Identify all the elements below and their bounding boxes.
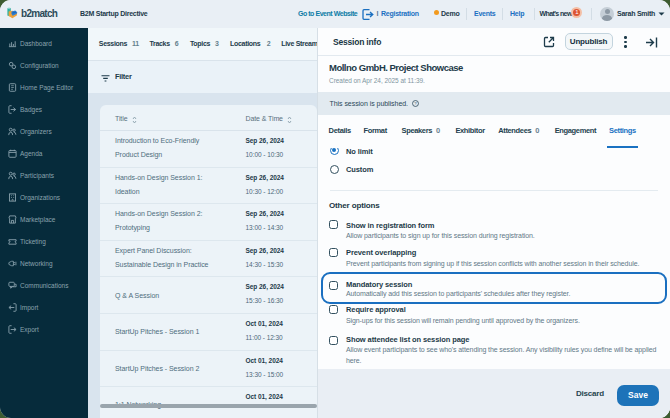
svg-text:?: ? [414, 101, 417, 106]
